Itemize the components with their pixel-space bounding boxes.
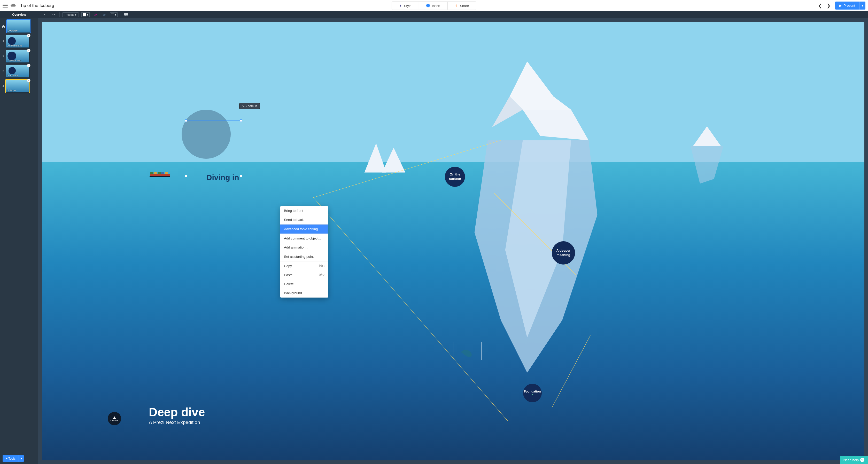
preview-frame xyxy=(453,342,482,360)
small-iceberg-graphic xyxy=(667,123,749,193)
next-slide-button[interactable]: ❯ xyxy=(827,3,831,8)
border-picker[interactable]: ▾ xyxy=(110,12,118,17)
svg-rect-11 xyxy=(154,172,157,174)
share-icon: ⇧ xyxy=(455,4,458,7)
add-topic-dropdown[interactable]: ▾ xyxy=(19,455,24,462)
zoom-arrow-icon: ↘ xyxy=(242,104,245,108)
resize-handle-se[interactable] xyxy=(240,175,242,177)
resize-handle-nw[interactable] xyxy=(185,120,187,122)
svg-rect-14 xyxy=(165,172,168,174)
ctx-add-comment[interactable]: Add comment to object... xyxy=(280,234,328,243)
presentation-subtitle: A Prezi Next Expedition xyxy=(149,420,205,425)
thumb-foundation[interactable]: 2 Foundation xyxy=(6,65,29,78)
ctx-send-to-back[interactable]: Send to back xyxy=(280,215,328,224)
fill-color-picker[interactable]: ▾ xyxy=(82,12,90,17)
svg-rect-9 xyxy=(150,174,170,176)
style-button[interactable]: ✦Style xyxy=(392,2,419,9)
top-toolbar-center: ✦Style +Insert ⇧Share xyxy=(392,1,476,10)
menu-button[interactable] xyxy=(3,4,8,7)
text-color-icon[interactable]: ▱ xyxy=(101,12,107,17)
presets-dropdown[interactable]: Presets ▾ xyxy=(62,12,79,17)
comment-bubble-icon[interactable] xyxy=(123,12,129,17)
need-help-button[interactable]: Need help ? xyxy=(840,456,868,464)
ctx-paste[interactable]: Paste⌘V xyxy=(280,270,328,279)
present-dropdown[interactable]: ▾ xyxy=(859,2,865,9)
close-x-icon[interactable]: × xyxy=(293,162,294,166)
selection-box xyxy=(186,121,241,176)
resize-handle-sw[interactable] xyxy=(185,175,187,177)
slide-sidebar: Overview 1 4 On the surface 2 3 A deeper… xyxy=(0,18,38,464)
thumb-diving-in[interactable]: 4 Diving in xyxy=(6,80,29,93)
thumb-number: 4 xyxy=(2,85,4,88)
help-icon: ? xyxy=(860,458,864,462)
redo-button[interactable]: ↷ xyxy=(51,12,57,17)
topic-a-deeper-meaning[interactable]: A deepermeaning xyxy=(552,241,575,265)
undo-button[interactable]: ↶ xyxy=(42,12,48,17)
thumb-a-deeper-meaning[interactable]: 3 A deeper mea... xyxy=(6,50,29,63)
context-menu: Bring to front Send to back Advanced top… xyxy=(280,206,328,298)
highlight-icon[interactable]: ▱ xyxy=(92,12,98,17)
play-icon: ▶ xyxy=(839,4,842,7)
svg-marker-5 xyxy=(365,143,386,172)
ctx-bring-to-front[interactable]: Bring to front xyxy=(280,206,328,215)
ctx-background[interactable]: Background xyxy=(280,289,328,298)
ctx-advanced-topic-editing[interactable]: Advanced topic editing... xyxy=(280,225,328,234)
svg-rect-12 xyxy=(158,172,161,174)
svg-rect-10 xyxy=(150,172,153,174)
ship-graphic xyxy=(149,170,171,179)
svg-rect-13 xyxy=(161,172,164,174)
presentation-title: Deep dive xyxy=(149,405,205,419)
iceberg-graphic xyxy=(404,57,650,408)
svg-point-16 xyxy=(114,417,115,418)
divider xyxy=(120,12,120,17)
document-title[interactable]: Tip of the Iceberg xyxy=(20,3,54,8)
thumb-on-the-surface[interactable]: 4 On the surface xyxy=(6,35,29,48)
wand-icon: ✦ xyxy=(399,4,402,7)
small-iceberg-graphic xyxy=(338,136,420,180)
prev-slide-button[interactable]: ❮ xyxy=(818,3,822,8)
home-icon[interactable] xyxy=(2,25,5,28)
divider xyxy=(59,12,60,17)
add-topic-button[interactable]: + Topic xyxy=(3,455,19,462)
insert-button[interactable]: +Insert xyxy=(419,2,448,9)
presentation-title-block: Deep dive A Prezi Next Expedition xyxy=(149,405,205,425)
zoom-in-tooltip[interactable]: ↘ Zoom In xyxy=(239,103,260,109)
cloud-sync-icon xyxy=(10,3,16,8)
svg-marker-7 xyxy=(693,126,721,146)
svg-marker-2 xyxy=(523,110,589,140)
share-button[interactable]: ⇧Share xyxy=(448,2,476,9)
present-button[interactable]: ▶Present xyxy=(835,2,859,9)
svg-rect-15 xyxy=(150,176,170,177)
ctx-copy[interactable]: Copy⌘C xyxy=(280,261,328,270)
thumb-number: 1 xyxy=(2,40,4,43)
topic-on-the-surface[interactable]: On thesurface xyxy=(445,167,465,187)
logo-badge: ICEBEAR xyxy=(108,412,121,425)
overview-tab[interactable]: Overview xyxy=(0,13,38,16)
resize-handle-ne[interactable] xyxy=(240,120,242,122)
thumb-number: 3 xyxy=(2,70,4,73)
ctx-add-animation[interactable]: Add animation... xyxy=(280,243,328,252)
plus-circle-icon: + xyxy=(426,4,430,7)
ctx-set-starting-point[interactable]: Set as starting point xyxy=(280,252,328,261)
ctx-delete[interactable]: Delete xyxy=(280,279,328,289)
topic-foundation[interactable]: Foundation× xyxy=(523,384,542,402)
svg-marker-8 xyxy=(690,146,723,184)
thumb-overview[interactable]: Overview xyxy=(7,20,30,33)
thumb-number: 2 xyxy=(2,55,4,58)
svg-marker-6 xyxy=(382,147,406,172)
canvas[interactable]: On thesurface A deepermeaning Foundation… xyxy=(42,22,864,460)
